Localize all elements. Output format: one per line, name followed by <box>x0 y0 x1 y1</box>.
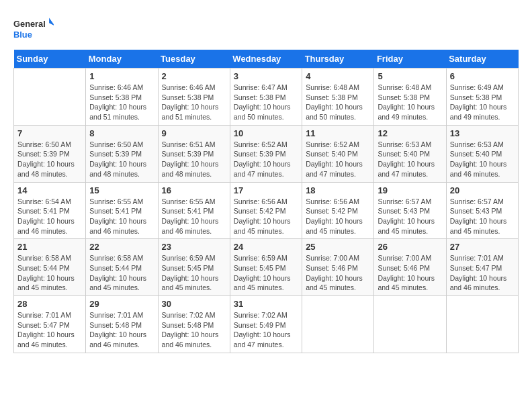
day-details: Sunrise: 6:49 AM Sunset: 5:38 PM Dayligh… <box>450 83 515 122</box>
day-number: 24 <box>234 242 298 252</box>
day-details: Sunrise: 6:50 AM Sunset: 5:39 PM Dayligh… <box>89 140 154 179</box>
calendar-cell: 19Sunrise: 6:57 AM Sunset: 5:43 PM Dayli… <box>374 182 446 239</box>
calendar-cell: 29Sunrise: 7:01 AM Sunset: 5:48 PM Dayli… <box>86 296 158 353</box>
calendar-week-5: 28Sunrise: 7:01 AM Sunset: 5:47 PM Dayli… <box>14 296 519 353</box>
day-number: 9 <box>162 128 226 138</box>
calendar-week-1: 1Sunrise: 6:46 AM Sunset: 5:38 PM Daylig… <box>14 68 519 126</box>
calendar-cell <box>374 296 446 353</box>
day-number: 7 <box>17 128 82 138</box>
calendar-week-4: 21Sunrise: 6:58 AM Sunset: 5:44 PM Dayli… <box>14 239 519 296</box>
calendar-cell: 25Sunrise: 7:00 AM Sunset: 5:46 PM Dayli… <box>302 239 374 296</box>
calendar-cell: 23Sunrise: 6:59 AM Sunset: 5:45 PM Dayli… <box>158 239 230 296</box>
weekday-tuesday: Tuesday <box>158 50 230 68</box>
calendar-week-2: 7Sunrise: 6:50 AM Sunset: 5:39 PM Daylig… <box>14 125 519 182</box>
calendar-body: 1Sunrise: 6:46 AM Sunset: 5:38 PM Daylig… <box>14 68 519 353</box>
day-details: Sunrise: 6:46 AM Sunset: 5:38 PM Dayligh… <box>162 83 226 122</box>
weekday-header-row: SundayMondayTuesdayWednesdayThursdayFrid… <box>14 50 519 68</box>
day-number: 15 <box>89 185 154 195</box>
day-number: 11 <box>306 128 370 138</box>
day-number: 31 <box>234 299 298 309</box>
day-details: Sunrise: 6:46 AM Sunset: 5:38 PM Dayligh… <box>89 83 154 122</box>
logo: General Blue <box>13 13 54 43</box>
day-details: Sunrise: 6:48 AM Sunset: 5:38 PM Dayligh… <box>378 83 442 122</box>
day-number: 2 <box>162 71 226 81</box>
day-details: Sunrise: 7:02 AM Sunset: 5:49 PM Dayligh… <box>234 310 298 350</box>
calendar-cell <box>302 296 374 353</box>
day-number: 14 <box>17 185 82 195</box>
day-details: Sunrise: 6:59 AM Sunset: 5:45 PM Dayligh… <box>162 253 226 293</box>
calendar-week-3: 14Sunrise: 6:54 AM Sunset: 5:41 PM Dayli… <box>14 182 519 239</box>
page-header: General Blue <box>13 13 519 43</box>
weekday-sunday: Sunday <box>14 50 86 68</box>
calendar-cell: 14Sunrise: 6:54 AM Sunset: 5:41 PM Dayli… <box>14 182 86 239</box>
day-details: Sunrise: 6:53 AM Sunset: 5:40 PM Dayligh… <box>450 140 515 179</box>
day-details: Sunrise: 6:56 AM Sunset: 5:42 PM Dayligh… <box>234 197 298 236</box>
weekday-saturday: Saturday <box>446 50 518 68</box>
calendar-cell <box>446 296 518 353</box>
day-details: Sunrise: 6:55 AM Sunset: 5:41 PM Dayligh… <box>89 197 154 236</box>
calendar-cell: 24Sunrise: 6:59 AM Sunset: 5:45 PM Dayli… <box>230 239 302 296</box>
day-details: Sunrise: 6:59 AM Sunset: 5:45 PM Dayligh… <box>234 253 298 293</box>
calendar-cell: 27Sunrise: 7:01 AM Sunset: 5:47 PM Dayli… <box>446 239 518 296</box>
day-details: Sunrise: 6:58 AM Sunset: 5:44 PM Dayligh… <box>17 253 82 293</box>
weekday-thursday: Thursday <box>302 50 374 68</box>
day-number: 18 <box>306 185 370 195</box>
day-number: 1 <box>89 71 154 81</box>
calendar-cell: 2Sunrise: 6:46 AM Sunset: 5:38 PM Daylig… <box>158 68 230 126</box>
day-number: 22 <box>89 242 154 252</box>
day-details: Sunrise: 6:50 AM Sunset: 5:39 PM Dayligh… <box>17 140 82 179</box>
calendar-cell: 10Sunrise: 6:52 AM Sunset: 5:39 PM Dayli… <box>230 125 302 182</box>
calendar-cell: 18Sunrise: 6:56 AM Sunset: 5:42 PM Dayli… <box>302 182 374 239</box>
day-number: 21 <box>17 242 82 252</box>
calendar-cell: 5Sunrise: 6:48 AM Sunset: 5:38 PM Daylig… <box>374 68 446 126</box>
day-details: Sunrise: 6:51 AM Sunset: 5:39 PM Dayligh… <box>162 140 226 179</box>
calendar-cell: 6Sunrise: 6:49 AM Sunset: 5:38 PM Daylig… <box>446 68 518 126</box>
day-details: Sunrise: 6:57 AM Sunset: 5:43 PM Dayligh… <box>450 197 515 236</box>
calendar-cell: 11Sunrise: 6:52 AM Sunset: 5:40 PM Dayli… <box>302 125 374 182</box>
day-number: 5 <box>378 71 442 81</box>
day-details: Sunrise: 6:52 AM Sunset: 5:39 PM Dayligh… <box>234 140 298 179</box>
calendar-cell: 26Sunrise: 7:00 AM Sunset: 5:46 PM Dayli… <box>374 239 446 296</box>
calendar-cell: 13Sunrise: 6:53 AM Sunset: 5:40 PM Dayli… <box>446 125 518 182</box>
day-number: 23 <box>162 242 226 252</box>
day-number: 29 <box>89 299 154 309</box>
calendar-cell: 17Sunrise: 6:56 AM Sunset: 5:42 PM Dayli… <box>230 182 302 239</box>
day-details: Sunrise: 6:58 AM Sunset: 5:44 PM Dayligh… <box>89 253 154 293</box>
day-details: Sunrise: 6:54 AM Sunset: 5:41 PM Dayligh… <box>17 197 82 236</box>
svg-marker-2 <box>49 18 54 26</box>
calendar-cell: 1Sunrise: 6:46 AM Sunset: 5:38 PM Daylig… <box>86 68 158 126</box>
calendar-cell: 21Sunrise: 6:58 AM Sunset: 5:44 PM Dayli… <box>14 239 86 296</box>
logo-svg: General Blue <box>13 13 54 43</box>
day-number: 26 <box>378 242 442 252</box>
calendar-cell: 20Sunrise: 6:57 AM Sunset: 5:43 PM Dayli… <box>446 182 518 239</box>
day-details: Sunrise: 7:01 AM Sunset: 5:48 PM Dayligh… <box>89 310 154 350</box>
day-number: 3 <box>234 71 298 81</box>
calendar-header: SundayMondayTuesdayWednesdayThursdayFrid… <box>14 50 519 68</box>
day-number: 19 <box>378 185 442 195</box>
weekday-wednesday: Wednesday <box>230 50 302 68</box>
day-details: Sunrise: 6:56 AM Sunset: 5:42 PM Dayligh… <box>306 197 370 236</box>
day-number: 6 <box>450 71 515 81</box>
day-number: 30 <box>162 299 226 309</box>
calendar-cell: 12Sunrise: 6:53 AM Sunset: 5:40 PM Dayli… <box>374 125 446 182</box>
day-details: Sunrise: 6:57 AM Sunset: 5:43 PM Dayligh… <box>378 197 442 236</box>
calendar-cell: 22Sunrise: 6:58 AM Sunset: 5:44 PM Dayli… <box>86 239 158 296</box>
calendar-cell: 4Sunrise: 6:48 AM Sunset: 5:38 PM Daylig… <box>302 68 374 126</box>
calendar-table: SundayMondayTuesdayWednesdayThursdayFrid… <box>13 50 519 353</box>
day-number: 4 <box>306 71 370 81</box>
day-details: Sunrise: 6:47 AM Sunset: 5:38 PM Dayligh… <box>234 83 298 122</box>
day-number: 16 <box>162 185 226 195</box>
day-details: Sunrise: 6:52 AM Sunset: 5:40 PM Dayligh… <box>306 140 370 179</box>
day-details: Sunrise: 6:48 AM Sunset: 5:38 PM Dayligh… <box>306 83 370 122</box>
day-details: Sunrise: 7:01 AM Sunset: 5:47 PM Dayligh… <box>17 310 82 350</box>
day-details: Sunrise: 7:00 AM Sunset: 5:46 PM Dayligh… <box>378 253 442 293</box>
day-number: 10 <box>234 128 298 138</box>
day-number: 8 <box>89 128 154 138</box>
day-number: 20 <box>450 185 515 195</box>
day-details: Sunrise: 6:53 AM Sunset: 5:40 PM Dayligh… <box>378 140 442 179</box>
weekday-friday: Friday <box>374 50 446 68</box>
day-number: 12 <box>378 128 442 138</box>
calendar-cell: 28Sunrise: 7:01 AM Sunset: 5:47 PM Dayli… <box>14 296 86 353</box>
day-details: Sunrise: 6:55 AM Sunset: 5:41 PM Dayligh… <box>162 197 226 236</box>
day-details: Sunrise: 7:00 AM Sunset: 5:46 PM Dayligh… <box>306 253 370 293</box>
